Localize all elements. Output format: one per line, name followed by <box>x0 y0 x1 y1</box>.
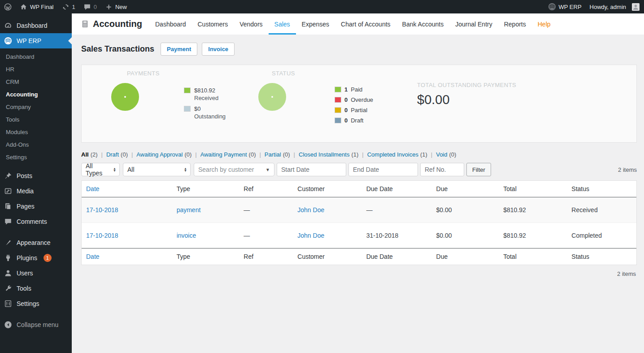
draft-swatch <box>335 118 341 123</box>
row-customer-link[interactable]: John Doe <box>297 232 324 239</box>
filter-link-awaiting-approval[interactable]: Awaiting Approval <box>136 151 183 158</box>
sidebar-item-settings[interactable]: Settings <box>0 296 72 311</box>
row-date-link[interactable]: 17-10-2018 <box>86 232 118 239</box>
wp-erp-bar-menu[interactable]: WP ERP <box>544 0 586 13</box>
sidebar-item-users[interactable]: Users <box>0 266 72 281</box>
received-swatch <box>184 87 191 93</box>
outstanding-swatch <box>184 106 191 112</box>
sidebar-item-plugins[interactable]: Plugins 1 <box>0 250 72 266</box>
payment-button[interactable]: Payment <box>161 43 197 56</box>
sidebar-item-erp-crm[interactable]: CRM <box>0 76 72 88</box>
sidebar-item-comments[interactable]: Comments <box>0 214 72 229</box>
sidebar-item-pages[interactable]: Pages <box>0 199 72 214</box>
tab-reports[interactable]: Reports <box>498 13 532 35</box>
wp-erp-logo-icon <box>548 3 556 11</box>
user-icon <box>4 269 12 277</box>
collapse-menu-button[interactable]: Collapse menu <box>0 317 72 332</box>
filter-count: (2) <box>91 151 98 158</box>
sidebar-item-erp-company[interactable]: Company <box>0 101 72 113</box>
filter-link-completed-invoices[interactable]: Completed Invoices <box>367 151 418 158</box>
tab-chart-of-accounts[interactable]: Chart of Accounts <box>335 13 396 35</box>
app-title: Accounting <box>81 19 142 29</box>
row-customer-link[interactable]: John Doe <box>297 206 324 214</box>
table-row: 17-10-2018 payment — John Doe — $0.00 $8… <box>82 197 636 223</box>
wordpress-menu[interactable] <box>0 0 16 13</box>
tab-dashboard[interactable]: Dashboard <box>149 13 192 35</box>
tab-sales[interactable]: Sales <box>269 13 296 35</box>
sidebar-item-dashboard[interactable]: Dashboard <box>0 18 72 33</box>
sales-page: Sales Transactions Payment Invoice PAYME… <box>72 35 644 283</box>
row-status: Completed <box>567 223 636 248</box>
column-type: Type <box>172 248 239 265</box>
site-link[interactable]: WP Final <box>16 0 58 13</box>
sidebar-item-erp-hr[interactable]: HR <box>0 63 72 76</box>
column-status: Status <box>567 181 636 197</box>
legend-item-received: $810.92 Received <box>184 87 226 101</box>
start-date-input[interactable] <box>277 163 346 176</box>
tab-expenses[interactable]: Expenses <box>296 13 335 35</box>
row-date-link[interactable]: 17-10-2018 <box>86 206 118 214</box>
sidebar-item-label: Dashboard <box>17 22 48 29</box>
sidebar-item-erp-dashboard[interactable]: Dashboard <box>0 51 72 63</box>
tab-vendors[interactable]: Vendors <box>234 13 268 35</box>
filter-count: (0) <box>184 151 191 158</box>
tab-bank-accounts[interactable]: Bank Accounts <box>396 13 450 35</box>
column-total: Total <box>499 248 567 265</box>
column-date-sort[interactable]: Date <box>86 253 100 260</box>
status-donut-chart <box>258 83 286 111</box>
sidebar-item-wp-erp[interactable]: WP ERP <box>0 33 72 48</box>
collapse-arrow-icon <box>4 321 12 329</box>
filter-link-closed-installments[interactable]: Closed Installments <box>299 151 349 158</box>
ref-no-input[interactable] <box>420 163 464 176</box>
column-date-sort[interactable]: Date <box>86 185 100 192</box>
tab-help[interactable]: Help <box>532 13 557 35</box>
paid-swatch <box>335 87 341 92</box>
column-ref: Ref <box>239 181 293 197</box>
new-menu[interactable]: New <box>101 0 131 13</box>
customer-search-select[interactable]: Search by customer ▼ <box>194 163 274 176</box>
tab-customers[interactable]: Customers <box>192 13 234 35</box>
sidebar-item-erp-modules[interactable]: Modules <box>0 126 72 139</box>
total-outstanding-title: TOTAL OUTSTANDING PAYMENTS <box>417 82 516 88</box>
account-menu[interactable]: Howdy, admin <box>586 0 640 13</box>
sidebar-item-tools[interactable]: Tools <box>0 281 72 296</box>
select-updown-icon: ▲▼ <box>113 167 116 172</box>
invoice-button[interactable]: Invoice <box>202 43 235 56</box>
admin-bar: WP Final 1 0 New WP ERP Howdy, admin <box>0 0 644 13</box>
column-due: Due <box>432 181 499 197</box>
row-type-link[interactable]: payment <box>177 206 201 214</box>
filter-link-all[interactable]: All <box>81 151 89 158</box>
sidebar-item-erp-tools[interactable]: Tools <box>0 113 72 126</box>
transactions-table: Date Type Ref Customer Due Date Due Tota… <box>81 180 637 265</box>
overdue-count: 0 <box>344 96 348 103</box>
comments-menu[interactable]: 0 <box>79 0 101 13</box>
row-ref: — <box>239 197 293 223</box>
tab-journal-entry[interactable]: Journal Entry <box>449 13 498 35</box>
media-icon <box>4 187 12 195</box>
plus-icon <box>105 3 113 11</box>
sidebar-item-erp-addons[interactable]: Add-Ons <box>0 139 72 151</box>
updates-menu[interactable]: 1 <box>58 0 79 13</box>
sidebar-item-media[interactable]: Media <box>0 183 72 199</box>
row-ref: — <box>239 223 293 248</box>
sidebar-item-erp-settings[interactable]: Settings <box>0 151 72 164</box>
filter-link-draft[interactable]: Draft <box>106 151 119 158</box>
type-select[interactable]: All Types ▲▼ <box>81 163 120 176</box>
filter-link-void[interactable]: Void <box>436 151 447 158</box>
row-type-link[interactable]: invoice <box>177 232 196 239</box>
column-customer: Customer <box>293 248 361 265</box>
filter-link-partial[interactable]: Partial <box>265 151 281 158</box>
filter-link-awaiting-payment[interactable]: Awaiting Payment <box>200 151 247 158</box>
status-select[interactable]: All ▲▼ <box>123 163 191 176</box>
filter-button[interactable]: Filter <box>466 163 491 176</box>
sidebar-item-appearance[interactable]: Appearance <box>0 235 72 250</box>
end-date-input[interactable] <box>348 163 418 176</box>
row-status: Received <box>567 197 636 223</box>
sidebar-item-erp-accounting[interactable]: Accounting <box>0 88 72 101</box>
sidebar-item-posts[interactable]: Posts <box>0 168 72 183</box>
column-due-date: Due Date <box>362 248 432 265</box>
sidebar-item-label: Tools <box>17 285 31 292</box>
legend-item-partial: 0 Partial <box>335 107 373 113</box>
row-due: $0.00 <box>432 197 499 223</box>
type-select-value: All Types <box>86 162 109 177</box>
